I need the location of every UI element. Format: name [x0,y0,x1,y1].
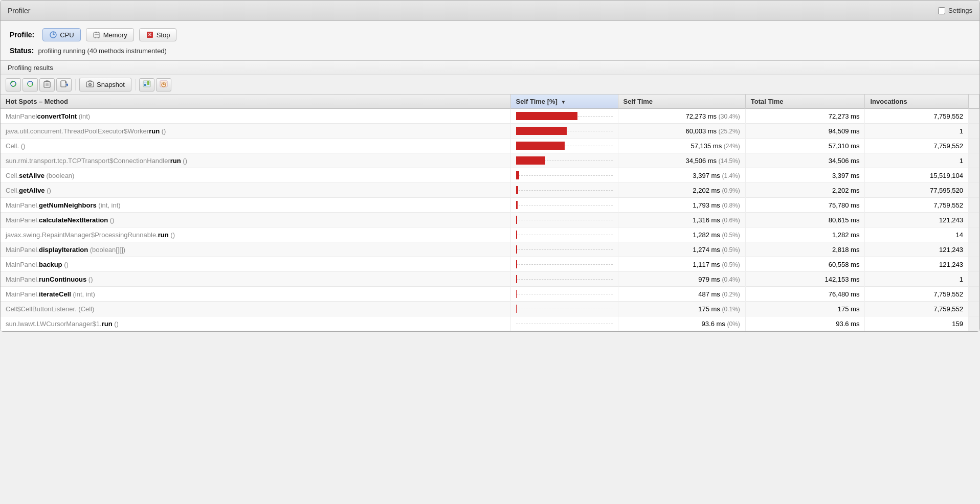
delete-button[interactable] [39,78,55,91]
stop-button[interactable]: ✕ Stop [139,28,177,41]
refresh-results-button[interactable] [6,78,21,91]
bar-cell [510,198,618,213]
svg-rect-4 [98,32,99,33]
cpu-label: CPU [60,31,74,39]
svg-text:✕: ✕ [148,32,152,37]
method-cell: MainPanel.runContinuous () [1,272,510,287]
snapshot-button[interactable]: Snapshot [79,78,131,91]
view1-button[interactable] [139,78,154,91]
total-time-cell: 34,506 ms [745,153,865,168]
status-text: profiling running (40 methods instrument… [38,47,166,55]
view2-icon [160,80,168,89]
table-row[interactable]: MainPanel.displayIteration (boolean[][])… [1,242,979,257]
scrollbar-placeholder [969,124,979,139]
view2-button[interactable] [156,78,171,91]
total-time-cell: 80,615 ms [745,213,865,227]
results-toolbar: Snapshot [1,75,979,95]
cpu-button[interactable]: CPU [42,28,80,41]
live-results-button[interactable] [23,78,38,91]
invocations-cell: 77,595,520 [865,183,969,198]
table-row[interactable]: sun.lwawt.LWCursorManager$1.run () 93.6 … [1,316,979,331]
scrollbar-placeholder [969,287,979,302]
table-row[interactable]: MainPanel.runContinuous () 979 ms (0.4%)… [1,272,979,287]
toolbar-separator-2 [135,79,136,90]
table-row[interactable]: Cell$CellButtonListener. (Cell) 175 ms (… [1,302,979,316]
self-time-cell: 93.6 ms (0%) [618,316,745,331]
table-row[interactable]: Cell. () 57,135 ms (24%)57,310 ms7,759,5… [1,139,979,153]
bar-cell [510,257,618,272]
delete-icon [43,80,51,89]
method-cell: javax.swing.RepaintManager$ProcessingRun… [1,227,510,242]
table-row[interactable]: Cell.getAlive () 2,202 ms (0.9%)2,202 ms… [1,183,979,198]
results-table: Hot Spots – Method Self Time [%] ▼ Self … [1,95,979,331]
window-title: Profiler [8,7,30,15]
col-invocations[interactable]: Invocations [865,95,969,109]
total-time-cell: 76,480 ms [745,287,865,302]
total-time-cell: 93.6 ms [745,316,865,331]
invocations-cell: 15,519,104 [865,168,969,183]
bar-cell [510,302,618,316]
col-self-time[interactable]: Self Time [618,95,745,109]
invocations-cell: 159 [865,316,969,331]
scrollbar-placeholder [969,153,979,168]
total-time-cell: 2,202 ms [745,183,865,198]
bar-cell [510,287,618,302]
scrollbar-placeholder [969,198,979,213]
bar-cell [510,168,618,183]
bar-cell [510,242,618,257]
scrollbar-placeholder [969,183,979,198]
settings-label: Settings [948,7,972,14]
invocations-cell: 1 [865,272,969,287]
stop-label: Stop [157,31,170,39]
table-row[interactable]: MainPanel.getNumNeighbors (int, int) 1,7… [1,198,979,213]
scrollbar-placeholder [969,227,979,242]
memory-icon [93,31,101,39]
scrollbar-placeholder [969,213,979,227]
col-method[interactable]: Hot Spots – Method [1,95,510,109]
status-label: Status: [10,47,34,55]
scrollbar-placeholder [969,302,979,316]
invocations-cell: 1 [865,153,969,168]
total-time-cell: 72,273 ms [745,109,865,124]
self-time-cell: 1,282 ms (0.5%) [618,227,745,242]
method-cell: Cell. () [1,139,510,153]
profile-bar: Profile: CPU [1,21,979,60]
table-row[interactable]: MainPanel.iterateCell (int, int) 487 ms … [1,287,979,302]
col-self-time-pct[interactable]: Self Time [%] ▼ [510,95,618,109]
self-time-cell: 1,793 ms (0.8%) [618,198,745,213]
svg-rect-2 [95,32,96,33]
total-time-cell: 1,282 ms [745,227,865,242]
bar-cell [510,139,618,153]
invocations-cell: 7,759,552 [865,198,969,213]
table-row[interactable]: MainPanel.calculateNextIteration () 1,31… [1,213,979,227]
memory-label: Memory [103,31,127,39]
status-row: Status: profiling running (40 methods in… [10,47,970,55]
svg-rect-3 [96,32,97,33]
scrollbar-placeholder [969,242,979,257]
method-cell: MainPanel.iterateCell (int, int) [1,287,510,302]
invocations-cell: 121,243 [865,213,969,227]
table-row[interactable]: Cell.setAlive (boolean) 3,397 ms (1.4%)3… [1,168,979,183]
refresh-results-icon [9,80,17,89]
export-button[interactable] [56,78,72,91]
results-table-container[interactable]: Hot Spots – Method Self Time [%] ▼ Self … [1,95,979,331]
table-row[interactable]: javax.swing.RepaintManager$ProcessingRun… [1,227,979,242]
method-cell: Cell$CellButtonListener. (Cell) [1,302,510,316]
settings-checkbox[interactable] [938,7,945,14]
method-cell: Cell.getAlive () [1,183,510,198]
method-cell: MainPanelconvertToInt (int) [1,109,510,124]
method-cell: Cell.setAlive (boolean) [1,168,510,183]
memory-button[interactable]: Memory [86,28,134,41]
toolbar-separator-1 [75,79,76,90]
table-row[interactable]: sun.rmi.transport.tcp.TCPTransport$Conne… [1,153,979,168]
invocations-cell: 1 [865,124,969,139]
method-cell: MainPanel.getNumNeighbors (int, int) [1,198,510,213]
col-total-time[interactable]: Total Time [745,95,865,109]
svg-rect-23 [147,81,149,85]
table-row[interactable]: MainPanelconvertToInt (int) 72,273 ms (3… [1,109,979,124]
table-row[interactable]: MainPanel.backup () 1,117 ms (0.5%)60,55… [1,257,979,272]
table-row[interactable]: java.util.concurrent.ThreadPoolExecutor$… [1,124,979,139]
bar-cell [510,183,618,198]
bar-cell [510,153,618,168]
method-cell: MainPanel.displayIteration (boolean[][]) [1,242,510,257]
